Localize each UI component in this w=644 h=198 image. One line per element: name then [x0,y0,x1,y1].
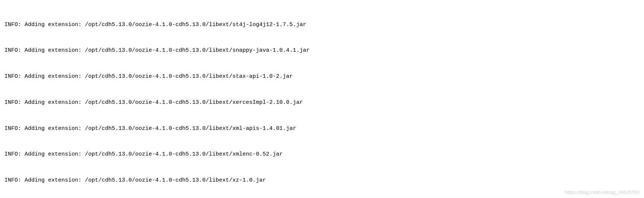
log-line-1: INFO: Adding extension: /opt/cdh5.13.0/o… [4,20,640,29]
log-line-7: INFO: Adding extension: /opt/cdh5.13.0/o… [4,176,640,185]
log-line-6: INFO: Adding extension: /opt/cdh5.13.0/o… [4,150,640,159]
terminal-output: INFO: Adding extension: /opt/cdh5.13.0/o… [0,0,644,198]
log-line-2: INFO: Adding extension: /opt/cdh5.13.0/o… [4,46,640,55]
watermark: https://blog.csdn.net/qq_24326765 [565,189,640,195]
log-line-4: INFO: Adding extension: /opt/cdh5.13.0/o… [4,98,640,107]
log-line-3: INFO: Adding extension: /opt/cdh5.13.0/o… [4,72,640,81]
log-line-5: INFO: Adding extension: /opt/cdh5.13.0/o… [4,124,640,133]
